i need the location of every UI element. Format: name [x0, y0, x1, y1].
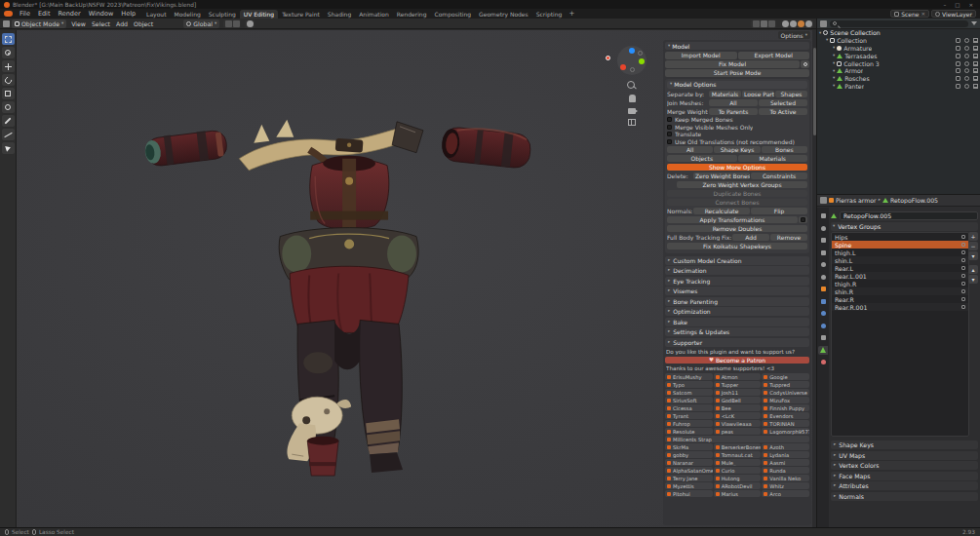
workspace-tab[interactable]: Shading	[324, 10, 355, 19]
vertex-group-row[interactable]: Rear.R	[832, 295, 968, 303]
render-toggle-icon[interactable]	[973, 68, 978, 73]
tool-select-box-button[interactable]	[2, 33, 15, 45]
vertex-group-row[interactable]: thigh.R	[832, 280, 968, 287]
hide-toggle-icon[interactable]	[964, 54, 969, 58]
show-more-options-button[interactable]: Show More Options	[667, 164, 807, 172]
hide-toggle-icon[interactable]	[964, 84, 969, 89]
supporter-item[interactable]: Resolute	[665, 428, 713, 435]
supporter-item[interactable]: ARobotDevil	[714, 482, 762, 489]
properties-panel-header[interactable]: ▸ Face Maps	[831, 472, 978, 480]
supporter-item[interactable]: Fuhrop	[665, 420, 713, 427]
properties-editor-type-button[interactable]	[820, 197, 827, 204]
axis-y-icon[interactable]	[639, 58, 645, 64]
workspace-tab[interactable]: Animation	[355, 10, 393, 19]
render-toggle-icon[interactable]	[973, 61, 978, 66]
minimize-button[interactable]: –	[940, 2, 949, 8]
lock-icon[interactable]	[961, 266, 965, 270]
tool-rotate-button[interactable]	[2, 74, 15, 86]
join-meshes-button[interactable]: Selected	[759, 99, 807, 107]
cats-model-panel-header[interactable]: ▾ Model	[665, 42, 809, 50]
outliner-row[interactable]: ▾ Collection 3	[817, 59, 980, 67]
properties-panel-header[interactable]: ▸ UV Maps	[831, 451, 978, 460]
vertex-group-row[interactable]: Hips	[832, 233, 968, 241]
tool-scale-button[interactable]	[2, 88, 15, 99]
options-dropdown[interactable]: Options ▾	[778, 31, 810, 39]
vertex-groups-panel-header[interactable]: ▾ Vertex Groups	[831, 222, 978, 231]
translate-button[interactable]: Shape Keys	[714, 146, 760, 154]
selectable-toggle-icon[interactable]	[956, 68, 960, 73]
supporter-item[interactable]: Marius	[714, 490, 762, 497]
supporter-item[interactable]: <LcK	[714, 412, 762, 419]
selectable-toggle-icon[interactable]	[956, 46, 960, 51]
lock-icon[interactable]	[961, 235, 965, 239]
cats-section-header[interactable]: ▸ Eye Tracking	[665, 277, 809, 286]
fix-model-settings-button[interactable]	[801, 60, 809, 68]
expand-icon[interactable]: ▾	[833, 54, 835, 58]
supporter-item[interactable]: GodBell	[714, 397, 762, 403]
move-group-down-button[interactable]: ▾	[968, 275, 978, 284]
supporter-item[interactable]: Naranar	[665, 459, 713, 466]
translate-button[interactable]: Bones	[762, 146, 807, 154]
breadcrumb-object[interactable]: Pierras armor	[836, 197, 877, 204]
supporter-item[interactable]: Josh11	[714, 389, 762, 396]
tab-material[interactable]	[818, 358, 828, 366]
close-button[interactable]: ×	[965, 2, 976, 8]
normals-button[interactable]: Recalculate	[693, 208, 750, 215]
outliner-row-scene-collection[interactable]: ▾ Scene Collection	[817, 29, 980, 37]
render-toggle-icon[interactable]	[973, 54, 978, 58]
supporter-item[interactable]: TORINIAN	[762, 420, 809, 427]
vertex-group-row[interactable]: shin.L	[832, 256, 968, 264]
properties-panel-header[interactable]: ▸ Normals	[831, 492, 978, 501]
expand-icon[interactable]: ▾	[819, 31, 821, 36]
lock-icon[interactable]	[961, 282, 965, 286]
axis-x-icon[interactable]	[620, 64, 626, 70]
hide-toggle-icon[interactable]	[964, 76, 969, 81]
cats-section-header[interactable]: ▸ Bake	[665, 318, 809, 326]
show-gizmo-icon[interactable]	[753, 20, 760, 27]
supporter-item[interactable]: Bee	[714, 404, 762, 411]
delete-option-button[interactable]: Constraints	[751, 172, 807, 180]
supporter-item[interactable]: Google	[762, 373, 809, 380]
tool-add-cube-button[interactable]	[2, 142, 15, 154]
supporter-item[interactable]: Lydania	[762, 451, 809, 458]
lock-icon[interactable]	[961, 305, 965, 309]
translate-button[interactable]: Materials	[738, 155, 808, 163]
supporter-item[interactable]: CodysUniverse	[762, 389, 809, 396]
shading-solid-icon[interactable]	[790, 20, 797, 27]
separate-option-button[interactable]: Loose Parts	[742, 91, 774, 98]
hide-toggle-icon[interactable]	[964, 68, 969, 73]
supporter-item[interactable]: Tuppred	[762, 381, 809, 388]
vertex-group-specials-button[interactable]: ▾	[968, 251, 978, 260]
translate-button[interactable]: Objects	[667, 155, 737, 163]
remove-doubles-button[interactable]: Remove Doubles	[667, 225, 807, 233]
apply-transformations-button[interactable]: Apply Transformations	[667, 216, 798, 224]
blender-menu-icon[interactable]	[4, 11, 13, 17]
supporter-item[interactable]: Cicessa	[665, 404, 713, 411]
tab-tool[interactable]	[818, 211, 828, 220]
outliner-row[interactable]: ▾ Terrasades	[817, 52, 980, 59]
properties-panel-header[interactable]: ▸ Shape Keys	[831, 440, 978, 449]
supporter-item[interactable]: Typo	[665, 381, 713, 388]
supporter-item[interactable]: gobby	[665, 451, 713, 458]
supporter-item[interactable]: Evendors	[762, 412, 809, 419]
expand-icon[interactable]: ▾	[833, 84, 835, 89]
axis-negative-icon[interactable]	[638, 51, 643, 56]
outliner-row[interactable]: ▾ Armature	[817, 45, 980, 53]
shading-wireframe-icon[interactable]	[782, 20, 789, 27]
viewport-menu-item[interactable]: Object	[131, 20, 156, 27]
tab-view-layer[interactable]	[818, 249, 828, 257]
workspace-tab[interactable]: Texture Paint	[278, 10, 324, 19]
breadcrumb-data[interactable]: RetopoFlow.005	[890, 197, 938, 204]
render-toggle-icon[interactable]	[973, 84, 978, 89]
supporter-item[interactable]: SkrMa	[665, 443, 713, 450]
outliner-row[interactable]: ▾ Rosches	[817, 75, 980, 83]
viewport-menu-item[interactable]: Add	[113, 20, 131, 27]
move-group-up-button[interactable]: ▴	[968, 265, 978, 274]
hide-toggle-icon[interactable]	[964, 38, 969, 43]
selectable-toggle-icon[interactable]	[956, 84, 960, 89]
supporter-item[interactable]: Vanilla Neko	[762, 475, 809, 481]
import-model-button[interactable]: Import Model	[665, 52, 737, 59]
expand-icon[interactable]: ▾	[833, 76, 835, 81]
supporter-item[interactable]: Finnish Puppy	[762, 404, 809, 411]
supporter-item[interactable]: Whitz	[762, 482, 809, 489]
